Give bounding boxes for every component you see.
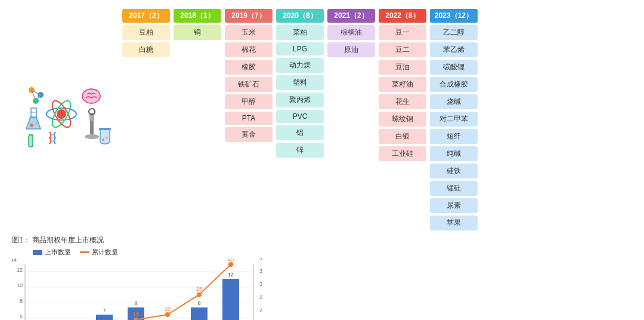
year-col-1: 2018（1）铜 (174, 9, 221, 230)
commodity-item: 螺纹钢 (379, 112, 426, 127)
commodity-item: 白银 (379, 129, 426, 144)
commodity-item: 铜 (174, 25, 221, 40)
years-grid: 2017（2）豆粕白糖2018（1）铜2019（7）玉米棉花橡胶铁矿石甲醇PTA… (122, 9, 632, 230)
svg-text:20: 20 (165, 306, 171, 312)
top-section: 2017（2）豆粕白糖2018（1）铜2019（7）玉米棉花橡胶铁矿石甲醇PTA… (12, 9, 632, 230)
svg-point-17 (85, 134, 99, 139)
commodity-item: 塑料 (276, 75, 324, 90)
year-col-5: 2022（8）豆一豆二豆油菜籽油花生螺纹钢白银工业硅 (379, 9, 426, 230)
commodity-item: 花生 (379, 94, 426, 109)
commodity-item: PTA (225, 112, 273, 125)
commodity-item: 白糖 (122, 42, 170, 57)
commodity-item: 黄金 (225, 127, 273, 142)
year-header-1: 2018（1） (174, 9, 221, 23)
commodity-item: 铁矿石 (225, 77, 273, 92)
legend-line-item: 累计数量 (80, 248, 118, 257)
legend-line-icon (80, 251, 89, 253)
svg-rect-1 (31, 108, 36, 118)
svg-text:20: 20 (259, 307, 262, 313)
point-2023 (228, 262, 233, 267)
commodity-item: 玉米 (225, 25, 273, 40)
commodity-item: 苯乙烯 (430, 42, 478, 57)
legend-bar-label: 上市数量 (45, 248, 71, 257)
commodity-item: 棉花 (225, 42, 273, 57)
point-2021 (165, 312, 170, 317)
commodity-item: 纯碱 (430, 146, 478, 161)
commodity-item: 豆油 (379, 60, 426, 75)
commodity-item: 原油 (327, 42, 375, 57)
bottom-section: 图1： 商品期权年度上市概况 上市数量 累计数量 0 2 (12, 235, 632, 320)
commodity-item: LPG (276, 42, 324, 56)
science-illustration (17, 81, 112, 159)
year-header-4: 2021（2） (327, 9, 375, 23)
chart-wrapper: 上市数量 累计数量 0 2 4 6 8 10 12 14 (12, 248, 274, 320)
svg-text:18: 18 (133, 311, 139, 317)
year-header-6: 2023（12） (430, 9, 478, 23)
year-col-4: 2021（2）棕榈油原油 (327, 9, 375, 230)
year-col-6: 2023（12）乙二醇苯乙烯碳酸锂合成橡胶烧碱对二甲苯短纤纯碱硅铁锰硅尿素苹果 (430, 9, 478, 230)
svg-point-27 (106, 137, 108, 139)
year-header-5: 2022（8） (379, 9, 426, 23)
main-container: 2017（2）豆粕白糖2018（1）铜2019（7）玉米棉花橡胶铁矿石甲醇PTA… (0, 0, 644, 320)
svg-text:8: 8 (20, 298, 23, 304)
year-header-2: 2019（7） (225, 9, 273, 23)
commodity-item: 烧碱 (430, 94, 478, 109)
commodity-item: 锌 (276, 143, 324, 158)
chart-title: 图1： 商品期权年度上市概况 (12, 235, 632, 245)
svg-text:28: 28 (196, 286, 202, 292)
svg-point-5 (57, 109, 66, 119)
commodity-item: 碳酸锂 (430, 60, 478, 75)
commodity-item: PVC (276, 110, 324, 123)
year-col-0: 2017（2）豆粕白糖 (122, 9, 170, 230)
svg-rect-20 (29, 135, 33, 147)
commodity-item: 乙二醇 (430, 25, 478, 40)
commodity-item: 合成橡胶 (430, 77, 478, 92)
commodity-item: 橡胶 (225, 60, 273, 75)
svg-text:30: 30 (259, 281, 262, 287)
commodity-item: 短纤 (430, 129, 478, 144)
commodity-item: 硅铁 (430, 164, 478, 179)
legend-line-label: 累计数量 (92, 248, 118, 257)
chart-legend: 上市数量 累计数量 (33, 248, 274, 257)
commodity-item: 铝 (276, 125, 324, 140)
legend-bar-item: 上市数量 (33, 248, 71, 257)
commodity-item: 豆二 (379, 42, 426, 57)
commodity-item: 棕榈油 (327, 25, 375, 40)
svg-text:25: 25 (259, 294, 262, 300)
commodity-item: 尿素 (430, 198, 478, 213)
svg-text:40: 40 (228, 259, 234, 263)
svg-text:12: 12 (228, 272, 234, 278)
bar-2019 (96, 315, 113, 320)
svg-point-4 (35, 122, 38, 125)
svg-point-3 (30, 124, 33, 127)
svg-text:8: 8 (134, 300, 137, 306)
svg-text:14: 14 (12, 259, 17, 263)
point-2022 (197, 292, 202, 297)
svg-text:6: 6 (20, 313, 23, 319)
commodity-item: 锰硅 (430, 181, 478, 196)
svg-rect-25 (99, 128, 111, 130)
svg-text:40: 40 (259, 259, 262, 261)
commodity-item: 豆一 (379, 25, 426, 40)
commodity-item: 苹果 (430, 216, 478, 230)
commodity-item: 菜粕 (276, 25, 324, 40)
year-header-3: 2020（8） (276, 9, 324, 23)
bar-2022 (191, 307, 208, 320)
svg-point-26 (102, 139, 104, 141)
year-header-0: 2017（2） (122, 9, 170, 23)
svg-text:12: 12 (17, 267, 23, 273)
svg-rect-16 (90, 120, 94, 135)
year-col-3: 2020（8）菜粕LPG动力煤塑料聚丙烯PVC铝锌 (276, 9, 324, 230)
svg-text:7: 7 (103, 307, 106, 313)
commodity-item: 对二甲苯 (430, 112, 478, 127)
commodity-item: 甲醇 (225, 94, 273, 109)
svg-point-9 (82, 89, 100, 103)
bar-line-chart: 0 2 4 6 8 10 12 14 0 5 10 15 20 25 30 (12, 259, 262, 320)
commodity-item: 工业硅 (379, 146, 426, 161)
commodity-item: 聚丙烯 (276, 93, 324, 107)
svg-text:10: 10 (17, 282, 23, 288)
commodity-item: 豆粕 (122, 25, 170, 40)
svg-marker-0 (26, 117, 41, 129)
bar-2023 (222, 279, 239, 320)
svg-text:35: 35 (259, 268, 262, 274)
